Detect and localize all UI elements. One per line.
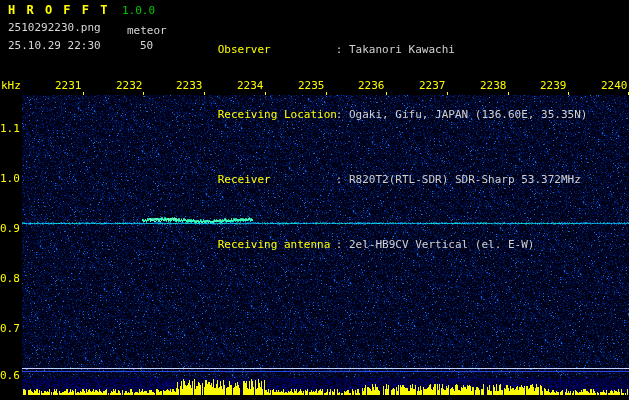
freq-tick-label: 0.6 <box>0 369 19 382</box>
info-label: Receiving Location <box>218 108 336 121</box>
info-row-antenna: Receiving antenna: 2el-HB9CV Vertical (e… <box>178 225 587 264</box>
app-title: H R O F F T <box>8 3 109 17</box>
time-tick-label: 2238 <box>480 79 507 92</box>
info-row-receiver: Receiver: R820T2(RTL-SDR) SDR-Sharp 53.3… <box>178 160 587 199</box>
mode-label: meteor <box>127 24 167 37</box>
info-label: Observer <box>218 43 336 56</box>
freq-tick-label: 1.1 <box>0 122 19 135</box>
time-tick-label: 2232 <box>116 79 143 92</box>
freq-tick-label: 1.0 <box>0 172 19 185</box>
time-tick-label: 2233 <box>176 79 203 92</box>
info-label: Receiver <box>218 173 336 186</box>
info-value: : R820T2(RTL-SDR) SDR-Sharp 53.372MHz <box>336 173 581 186</box>
info-row-observer: Observer: Takanori Kawachi <box>178 30 587 69</box>
info-label: Receiving antenna <box>218 238 336 251</box>
count-value: 50 <box>140 39 153 52</box>
freq-tick-label: 0.9 <box>0 222 19 235</box>
time-tick-label: 2239 <box>540 79 567 92</box>
app-version: 1.0.0 <box>122 4 155 17</box>
info-row-location: Receiving Location: Ogaki, Gifu, JAPAN (… <box>178 95 587 134</box>
time-tick-label: 2234 <box>237 79 264 92</box>
hrofft-screenshot: H R O F F T 1.0.0 2510292230.png meteor … <box>0 0 629 400</box>
freq-unit-label: kHz <box>1 79 21 92</box>
output-filename: 2510292230.png <box>8 21 101 34</box>
time-tick-label: 2235 <box>298 79 325 92</box>
info-value: : 2el-HB9CV Vertical (el. E-W) <box>336 238 535 251</box>
time-tick-label: 2240 <box>601 79 628 92</box>
freq-tick-label: 0.8 <box>0 272 19 285</box>
station-info: Observer: Takanori Kawachi Receiving Loc… <box>178 4 587 290</box>
freq-tick-label: 0.7 <box>0 322 19 335</box>
info-value: : Takanori Kawachi <box>336 43 455 56</box>
time-tick-label: 2236 <box>358 79 385 92</box>
info-value: : Ogaki, Gifu, JAPAN (136.60E, 35.35N) <box>336 108 588 121</box>
start-datetime: 25.10.29 22:30 <box>8 39 101 52</box>
time-tick-label: 2231 <box>55 79 82 92</box>
time-tick-label: 2237 <box>419 79 446 92</box>
